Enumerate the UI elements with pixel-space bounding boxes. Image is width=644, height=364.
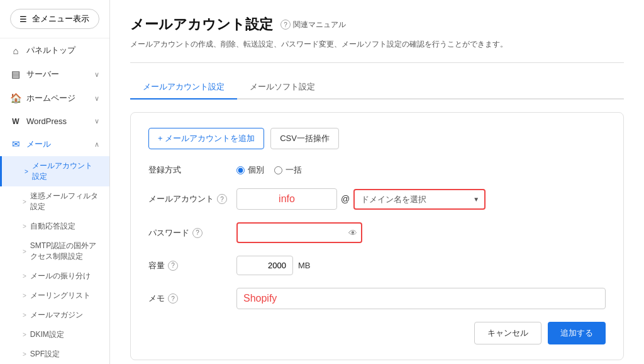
password-label: パスワード ? bbox=[148, 227, 236, 239]
memo-row: メモ ? bbox=[148, 288, 606, 309]
smtp-restrict-label: SMTP認証の国外アクセス制限設定 bbox=[30, 241, 99, 262]
action-row: + メールアカウントを追加 CSV一括操作 bbox=[148, 128, 606, 149]
chevron-down-icon: ∨ bbox=[94, 71, 99, 79]
sidebar-item-label: WordPress bbox=[26, 117, 67, 126]
mail-input-group: @ ドメイン名を選択 bbox=[236, 188, 486, 210]
password-controls: 👁 bbox=[236, 222, 606, 243]
sidebar-item-auto-reply[interactable]: 自動応答設定 bbox=[0, 217, 109, 236]
home-icon: ⌂ bbox=[10, 45, 21, 56]
sidebar-item-mail[interactable]: ✉ メール ∧ bbox=[0, 132, 109, 156]
sidebar: ☰ 全メニュー表示 ⌂ パネルトップ ▤ サーバー ∨ 🏠 ホームページ ∨ W… bbox=[0, 0, 110, 364]
form-footer: キャンセル 追加する bbox=[148, 322, 606, 344]
registration-method-controls: 個別 一括 bbox=[236, 164, 606, 176]
capacity-row: 容量 ? MB bbox=[148, 256, 606, 275]
password-wrapper: 👁 bbox=[236, 222, 362, 243]
radio-batch-input[interactable] bbox=[274, 166, 282, 174]
capacity-label: 容量 ? bbox=[148, 260, 236, 271]
mail-account-controls: @ ドメイン名を選択 bbox=[236, 188, 606, 210]
eye-icon[interactable]: 👁 bbox=[348, 228, 357, 238]
help-icon[interactable]: ? bbox=[168, 293, 178, 304]
tab-mail-account[interactable]: メールアカウント設定 bbox=[130, 76, 237, 100]
mailing-list-label: メーリングリスト bbox=[30, 290, 91, 301]
at-symbol: @ bbox=[341, 194, 350, 204]
form-card: + メールアカウントを追加 CSV一括操作 登録方式 個別 bbox=[130, 112, 624, 360]
all-menu-label: 全メニュー表示 bbox=[32, 13, 89, 25]
tab-mail-soft[interactable]: メールソフト設定 bbox=[237, 76, 328, 100]
submit-button[interactable]: 追加する bbox=[548, 322, 606, 344]
cancel-button[interactable]: キャンセル bbox=[474, 322, 541, 344]
sidebar-item-label: メール bbox=[26, 139, 51, 150]
csv-operation-button[interactable]: CSV一括操作 bbox=[270, 128, 339, 149]
radio-batch[interactable]: 一括 bbox=[274, 164, 302, 176]
mail-account-label: メールアカウント ? bbox=[148, 193, 236, 205]
sidebar-item-panel-top[interactable]: ⌂ パネルトップ bbox=[0, 38, 109, 62]
capacity-input[interactable] bbox=[236, 256, 293, 275]
capacity-unit: MB bbox=[298, 261, 311, 270]
help-icon[interactable]: ? bbox=[168, 261, 178, 271]
sidebar-item-server[interactable]: ▤ サーバー ∨ bbox=[0, 62, 109, 86]
spf-label: SPF設定 bbox=[30, 349, 60, 360]
radio-individual[interactable]: 個別 bbox=[236, 164, 264, 176]
sidebar-item-spam-filter[interactable]: 迷惑メールフィルタ設定 bbox=[0, 186, 109, 217]
mail-sort-label: メールの振り分け bbox=[30, 271, 91, 282]
manual-link[interactable]: ? 関連マニュアル bbox=[280, 20, 346, 30]
memo-controls bbox=[236, 288, 606, 309]
mail-magazine-label: メールマガジン bbox=[30, 310, 83, 321]
registration-method-label: 登録方式 bbox=[148, 164, 236, 176]
homepage-icon: 🏠 bbox=[10, 93, 21, 104]
page-description: メールアカウントの作成、削除、転送設定、パスワード変更、メールソフト設定の確認を… bbox=[130, 39, 624, 50]
sidebar-item-dkim[interactable]: DKIM設定 bbox=[0, 325, 109, 344]
mail-submenu: メールアカウント設定 迷惑メールフィルタ設定 自動応答設定 SMTP認証の国外ア… bbox=[0, 156, 109, 364]
memo-label: メモ ? bbox=[148, 293, 236, 304]
main-content: メールアカウント設定 ? 関連マニュアル メールアカウントの作成、削除、転送設定… bbox=[110, 0, 644, 364]
page-title: メールアカウント設定 bbox=[130, 15, 273, 34]
manual-link-label: 関連マニュアル bbox=[293, 20, 346, 30]
domain-select-wrapper: ドメイン名を選択 bbox=[353, 189, 486, 210]
sidebar-header: ☰ 全メニュー表示 bbox=[0, 0, 109, 38]
chevron-down-icon: ∨ bbox=[94, 117, 99, 125]
help-icon[interactable]: ? bbox=[192, 228, 203, 238]
server-icon: ▤ bbox=[10, 69, 21, 80]
radio-group: 個別 一括 bbox=[236, 164, 302, 176]
menu-icon: ☰ bbox=[19, 14, 27, 24]
password-input[interactable] bbox=[236, 222, 362, 243]
capacity-controls: MB bbox=[236, 256, 606, 275]
mail-account-input[interactable] bbox=[236, 188, 337, 210]
sidebar-item-mailing-list[interactable]: メーリングリスト bbox=[0, 286, 109, 305]
memo-input[interactable] bbox=[236, 288, 606, 309]
registration-method-row: 登録方式 個別 一括 bbox=[148, 164, 606, 176]
page-title-row: メールアカウント設定 ? 関連マニュアル bbox=[130, 15, 624, 34]
password-row: パスワード ? 👁 bbox=[148, 222, 606, 243]
sidebar-item-homepage[interactable]: 🏠 ホームページ ∨ bbox=[0, 86, 109, 110]
sidebar-item-label: ホームページ bbox=[26, 93, 75, 104]
help-icon[interactable]: ? bbox=[217, 194, 227, 204]
sidebar-item-smtp-restrict[interactable]: SMTP認証の国外アクセス制限設定 bbox=[0, 236, 109, 266]
wordpress-icon: W bbox=[10, 117, 21, 126]
sidebar-item-mail-magazine[interactable]: メールマガジン bbox=[0, 305, 109, 325]
sidebar-item-wordpress[interactable]: W WordPress ∨ bbox=[0, 110, 109, 132]
all-menu-button[interactable]: ☰ 全メニュー表示 bbox=[10, 9, 99, 29]
add-account-button[interactable]: + メールアカウントを追加 bbox=[148, 128, 264, 149]
mail-account-row: メールアカウント ? @ ドメイン名を選択 bbox=[148, 188, 606, 210]
dkim-label: DKIM設定 bbox=[30, 329, 64, 340]
sidebar-item-mail-sort[interactable]: メールの振り分け bbox=[0, 266, 109, 286]
sidebar-item-spf[interactable]: SPF設定 bbox=[0, 344, 109, 364]
mail-icon: ✉ bbox=[10, 139, 21, 150]
radio-individual-input[interactable] bbox=[236, 166, 245, 174]
sidebar-item-mail-account[interactable]: メールアカウント設定 bbox=[0, 156, 109, 186]
question-icon: ? bbox=[280, 20, 291, 30]
domain-select[interactable]: ドメイン名を選択 bbox=[353, 189, 486, 210]
chevron-down-icon: ∨ bbox=[94, 94, 99, 103]
section-divider bbox=[130, 62, 624, 63]
mail-account-label: メールアカウント設定 bbox=[32, 161, 99, 182]
spam-filter-label: 迷惑メールフィルタ設定 bbox=[30, 191, 99, 212]
auto-reply-label: 自動応答設定 bbox=[30, 221, 75, 232]
tabs: メールアカウント設定 メールソフト設定 bbox=[130, 76, 624, 100]
sidebar-item-label: パネルトップ bbox=[26, 45, 75, 56]
sidebar-item-label: サーバー bbox=[26, 69, 59, 80]
chevron-up-icon: ∧ bbox=[94, 140, 99, 149]
